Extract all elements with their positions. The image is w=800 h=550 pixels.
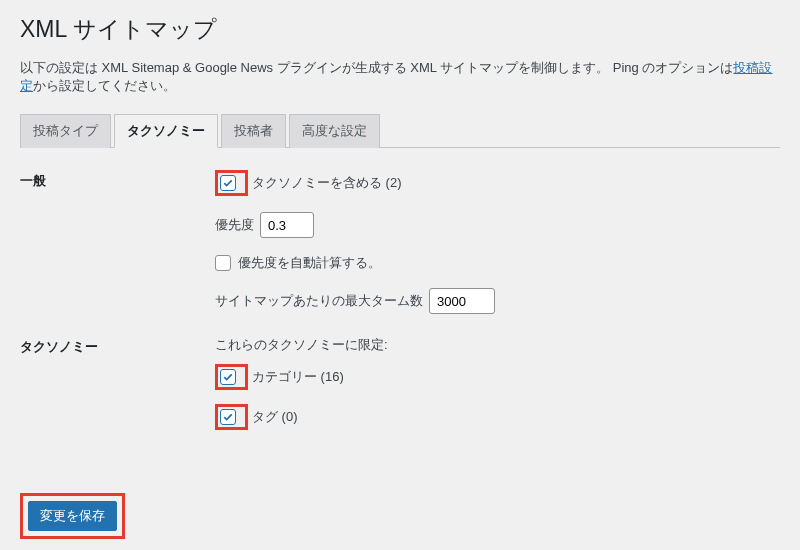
max-terms-label: サイトマップあたりの最大ターム数 — [215, 292, 423, 310]
highlight-include-taxonomies — [215, 170, 248, 196]
tabs-nav: 投稿タイプ タクソノミー 投稿者 高度な設定 — [20, 113, 780, 148]
page-title: XML サイトマップ — [20, 14, 780, 45]
check-icon — [222, 177, 234, 189]
checkbox-category[interactable] — [220, 369, 236, 385]
auto-priority-label: 優先度を自動計算する。 — [238, 254, 381, 272]
max-terms-input[interactable] — [429, 288, 495, 314]
section-taxonomies: タクソノミー これらのタクソノミーに限定: カテゴリー (16) タグ (0) — [20, 336, 780, 430]
section-general-label: 一般 — [20, 170, 215, 190]
limit-taxonomies-label: これらのタクソノミーに限定: — [215, 336, 388, 354]
checkbox-include-taxonomies[interactable] — [220, 175, 236, 191]
check-icon — [222, 411, 234, 423]
section-taxonomies-label: タクソノミー — [20, 336, 215, 356]
tag-label: タグ (0) — [252, 408, 298, 426]
category-label: カテゴリー (16) — [252, 368, 344, 386]
tab-taxonomies[interactable]: タクソノミー — [114, 114, 218, 148]
save-button[interactable]: 変更を保存 — [28, 501, 117, 531]
tab-advanced[interactable]: 高度な設定 — [289, 114, 380, 148]
page-description: 以下の設定は XML Sitemap & Google News プラグインが生… — [20, 59, 780, 95]
save-area: 変更を保存 — [20, 493, 125, 539]
tab-authors[interactable]: 投稿者 — [221, 114, 286, 148]
include-taxonomies-label: タクソノミーを含める (2) — [252, 174, 402, 192]
priority-input[interactable] — [260, 212, 314, 238]
highlight-category — [215, 364, 248, 390]
priority-label: 優先度 — [215, 216, 254, 234]
checkbox-tag[interactable] — [220, 409, 236, 425]
tab-post-types[interactable]: 投稿タイプ — [20, 114, 111, 148]
desc-suffix: から設定してください。 — [33, 78, 176, 93]
checkbox-auto-priority[interactable] — [215, 255, 231, 271]
highlight-save: 変更を保存 — [20, 493, 125, 539]
check-icon — [222, 371, 234, 383]
highlight-tag — [215, 404, 248, 430]
section-general: 一般 タクソノミーを含める (2) 優先度 優先度を自動計算する。 サイトマップ… — [20, 170, 780, 314]
desc-prefix: 以下の設定は XML Sitemap & Google News プラグインが生… — [20, 60, 733, 75]
